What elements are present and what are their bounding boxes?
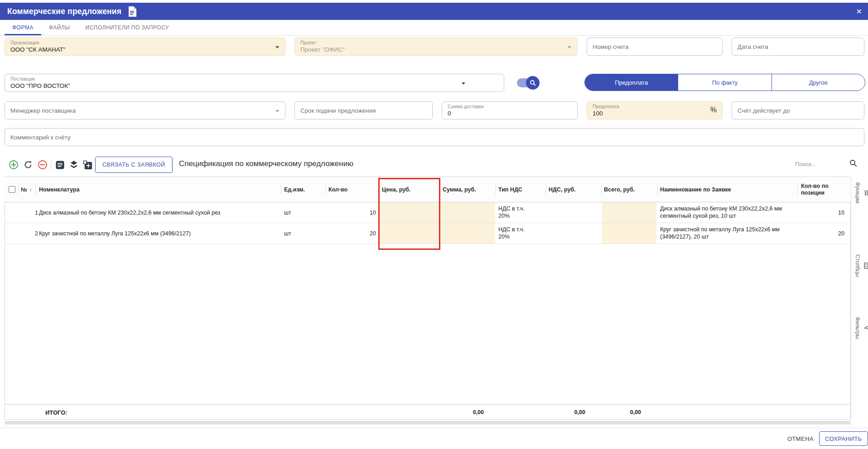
column-header-price[interactable]: Цена, руб. <box>382 177 410 202</box>
side-tab-filters[interactable]: Фильтры <box>854 317 868 339</box>
sort-asc-icon[interactable]: ↑ <box>29 187 32 192</box>
copy-add-icon[interactable] <box>82 159 93 170</box>
organization-value: ООО "СК АМАНАТ" <box>10 46 280 53</box>
search-icon[interactable] <box>849 159 857 169</box>
column-header-vat-type[interactable]: Тип НДС <box>498 177 522 202</box>
delivery-sum-field[interactable]: Сумма доставки 0 <box>442 101 578 119</box>
table-row[interactable]: 1 Диск алмазный по бетону КМ 230х22,2х2,… <box>5 202 851 223</box>
unit-cell: шт <box>284 223 323 244</box>
search-placeholder[interactable]: Поиск... <box>795 161 816 167</box>
totals-row: ИТОГО: 0,00 0,00 0,00 <box>5 404 851 420</box>
invoice-number-input[interactable]: Номер счета <box>587 38 723 56</box>
invoice-date-input[interactable]: Дата счета <box>732 38 864 56</box>
column-header-vat[interactable]: НДС, руб. <box>549 177 576 202</box>
request-qty-cell: 10 <box>799 202 844 223</box>
supplier-field[interactable]: Поставщик ООО "ПРО ВОСТОК" <box>5 74 504 92</box>
totals-total: 0,00 <box>582 405 641 420</box>
column-header-unit[interactable]: Ед.изм. <box>284 177 305 202</box>
toolbar-separator <box>51 159 51 170</box>
column-header-request-qty[interactable]: Кол-во по позиции <box>801 177 844 202</box>
remove-row-icon[interactable] <box>37 159 48 170</box>
table-header-row: № ↑ Номенклатура Ед.изм. Кол-во Цена, ру… <box>5 177 851 202</box>
column-header-nomenclature[interactable]: Номенклатура <box>39 177 79 202</box>
chevron-down-icon[interactable] <box>275 46 279 48</box>
comment-input[interactable]: Комментарий к счёту <box>5 128 864 146</box>
sum-cell-editable[interactable] <box>440 223 496 244</box>
total-cell-editable[interactable] <box>602 223 657 244</box>
totals-vat: 0,00 <box>526 405 585 420</box>
columns-grid-icon <box>864 263 868 269</box>
valid-until-placeholder: Счёт действует до <box>738 104 858 118</box>
column-header-num[interactable]: № ↑ <box>21 177 32 202</box>
tab-executors[interactable]: ИСПОЛНИТЕЛИ ПО ЗАПРОСУ <box>77 20 176 35</box>
qty-cell: 10 <box>331 202 376 223</box>
row-number: 1 <box>18 202 38 223</box>
invoice-date-placeholder: Дата счета <box>738 40 858 54</box>
document-icon <box>128 6 136 17</box>
toolbar-separator <box>171 159 172 170</box>
organization-label: Организация <box>10 40 280 46</box>
price-cell-editable[interactable] <box>380 202 440 223</box>
submission-deadline-placeholder: Срок подачи предложения <box>300 104 427 118</box>
supplier-search-toggle[interactable] <box>517 76 540 90</box>
tab-form[interactable]: ФОРМА <box>5 20 41 35</box>
vat-type-cell: НДС в т.ч. 20% <box>498 223 528 244</box>
column-header-request-name[interactable]: Наименование по Заявке <box>660 177 731 202</box>
chevron-down-icon[interactable] <box>275 110 279 112</box>
request-qty-cell: 20 <box>799 223 844 244</box>
payment-mode-on-fact[interactable]: По факту <box>678 74 771 91</box>
tab-files[interactable]: ФАЙЛЫ <box>41 20 78 35</box>
prepayment-label: Предоплата <box>593 104 717 110</box>
prepayment-value: 100 <box>593 110 717 117</box>
valid-until-input[interactable]: Счёт действует до <box>732 101 864 119</box>
payment-mode-group: Предоплата По факту Другое <box>584 74 865 91</box>
nomenclature-cell: Диск алмазный по бетону КМ 230х22,2х2,6 … <box>39 202 279 223</box>
spec-toolbar: СВЯЗАТЬ С ЗАЯВКОЙ Спецификация по коммер… <box>5 156 864 174</box>
chevron-down-icon[interactable] <box>462 82 465 85</box>
totals-sum: 0,00 <box>425 405 484 420</box>
project-field[interactable]: Проект Проект "ОФИС" <box>294 38 578 56</box>
cancel-button[interactable]: ОТМЕНА <box>787 431 814 446</box>
delivery-sum-value: 0 <box>448 110 572 117</box>
qty-cell: 20 <box>331 223 376 244</box>
submission-deadline-input[interactable]: Срок подачи предложения <box>294 101 433 119</box>
row-number: 2 <box>18 223 38 244</box>
window-titlebar: Коммерческие предложения ✕ <box>0 3 868 20</box>
footer-divider <box>0 428 868 428</box>
supplier-manager-select[interactable]: Менеджер поставщика <box>5 101 285 119</box>
horizontal-scrollbar[interactable] <box>5 421 851 425</box>
menu-icon <box>864 190 868 196</box>
project-label: Проект <box>300 40 572 46</box>
invoice-number-placeholder: Номер счета <box>593 40 717 54</box>
refresh-icon[interactable] <box>23 159 34 170</box>
nomenclature-cell: Круг зачистной по металлу Луга 125х22х6 … <box>39 223 279 244</box>
levels-icon[interactable] <box>68 159 79 170</box>
tab-bar: ФОРМА ФАЙЛЫ ИСПОЛНИТЕЛИ ПО ЗАПРОСУ <box>0 20 868 36</box>
close-icon[interactable]: ✕ <box>856 3 862 20</box>
link-request-button[interactable]: СВЯЗАТЬ С ЗАЯВКОЙ <box>95 157 173 173</box>
vat-type-cell: НДС в т.ч. 20% <box>498 202 528 223</box>
total-cell-editable[interactable] <box>602 202 657 223</box>
side-tab-columns[interactable]: Столбцы <box>854 254 868 277</box>
sum-cell-editable[interactable] <box>440 202 496 223</box>
column-header-total[interactable]: Всего, руб. <box>604 177 635 202</box>
totals-label: ИТОГО: <box>45 405 68 420</box>
side-tab-functions[interactable]: Функции <box>854 182 868 203</box>
payment-mode-prepayment[interactable]: Предоплата <box>585 74 678 91</box>
table-row[interactable]: 2 Круг зачистной по металлу Луга 125х22х… <box>5 223 851 244</box>
organization-field[interactable]: Организация ООО "СК АМАНАТ" <box>5 38 285 56</box>
column-header-sum[interactable]: Сумма, руб. <box>443 177 476 202</box>
section-title: Спецификация по коммерческому предложени… <box>179 159 353 168</box>
save-button[interactable]: СОХРАНИТЬ <box>819 431 868 446</box>
delivery-sum-label: Сумма доставки <box>448 104 572 110</box>
price-cell-editable[interactable] <box>380 223 440 244</box>
payment-mode-other[interactable]: Другое <box>772 74 865 91</box>
select-all-checkbox[interactable] <box>9 186 15 193</box>
list-details-icon[interactable] <box>54 159 65 170</box>
filter-icon <box>864 325 868 331</box>
comment-placeholder: Комментарий к счёту <box>10 130 858 144</box>
supplier-manager-placeholder: Менеджер поставщика <box>10 104 280 118</box>
column-header-qty[interactable]: Кол-во <box>328 177 347 202</box>
add-row-icon[interactable] <box>8 159 19 170</box>
prepayment-percent-field[interactable]: Предоплата 100 % <box>587 101 723 119</box>
